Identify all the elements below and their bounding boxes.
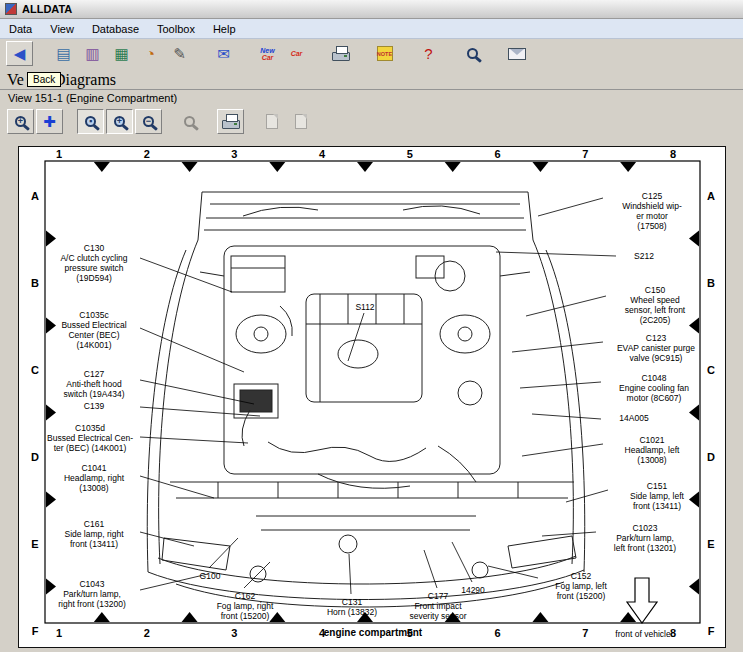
notes-edit-icon: ✎ (173, 46, 186, 61)
grid-label-4: 4 (319, 627, 325, 639)
grid-label-C: C (31, 364, 39, 376)
pan-button[interactable]: ✚ (36, 109, 63, 134)
diagram-area[interactable]: engine compartment front of vehicle 1122… (18, 146, 726, 648)
car-icon: Car (291, 50, 303, 57)
menu-help[interactable]: Help (204, 21, 245, 37)
callout-14290: 14290 (447, 585, 499, 595)
callout-c123: C123EVAP canister purgevalve (9C915) (606, 333, 706, 363)
back-icon: ◀ (14, 46, 26, 61)
icon-group-3: NewCarCar (254, 41, 312, 66)
icon-group-2 (176, 109, 205, 134)
grid-label-7: 7 (582, 148, 588, 160)
grid-label-E: E (31, 538, 38, 550)
callout-s212: S212 (619, 251, 669, 261)
zoom-window-icon: + (114, 116, 125, 127)
callout-g100: G100 (184, 571, 236, 581)
grid-label-3: 3 (231, 627, 237, 639)
grid-label-A: A (707, 190, 715, 202)
grid-label-7: 7 (582, 627, 588, 639)
help-icon: ? (424, 46, 432, 61)
grid-label-1: 1 (56, 148, 62, 160)
callout-c152: C152Fog lamp, leftfront (15200) (541, 571, 621, 601)
note-icon: NOTE (377, 46, 393, 61)
zoom-in-button[interactable]: + (7, 109, 34, 134)
gauge-icon: ◔ (146, 46, 155, 61)
tab-vehicle[interactable]: Ve (7, 71, 24, 89)
callout-14a005: 14A005 (604, 413, 664, 423)
grid-label-2: 2 (144, 627, 150, 639)
car-button[interactable]: Car (283, 41, 310, 66)
note-button[interactable]: NOTE (371, 41, 398, 66)
help-button[interactable]: ? (415, 41, 442, 66)
search-vehicle-button[interactable] (459, 41, 486, 66)
callout-c139: C139 (49, 401, 139, 411)
parts-labor-button[interactable]: ▦ (108, 41, 135, 66)
copy-image-button[interactable] (258, 109, 285, 134)
zoom-window-button[interactable]: + (106, 109, 133, 134)
grid-label-C: C (707, 364, 715, 376)
callout-c151: C151Side lamp, leftfront (13411) (611, 481, 703, 511)
callout-c1035c: C1035cBussed ElectricalCenter (BEC)(14K0… (49, 310, 139, 350)
menubar: DataViewDatabaseToolboxHelp (0, 19, 743, 39)
print-diagram-icon (222, 120, 240, 129)
grid-label-F: F (708, 625, 715, 637)
icon-group-3 (217, 109, 246, 134)
export-image-icon (295, 114, 307, 129)
grid-label-6: 6 (495, 627, 501, 639)
callout-c1041: C1041Headlamp, right(13008) (49, 463, 139, 493)
back-button[interactable]: ◀ (6, 41, 33, 66)
menu-view[interactable]: View (41, 21, 83, 37)
icon-group-4 (258, 109, 316, 134)
callout-c150: C150Wheel speedsensor, left front(2C205) (609, 285, 701, 325)
icon-group-2: ✉ (210, 41, 239, 66)
print-icon (332, 52, 350, 61)
print-diagram-button[interactable] (217, 109, 244, 134)
vehicle-report-button[interactable]: ▤ (50, 41, 77, 66)
back-tooltip: Back (27, 72, 61, 87)
tab-diagrams[interactable]: Diagrams (54, 71, 116, 89)
callout-c1021: C1021Headlamp, left(13008) (606, 435, 698, 465)
icon-group-1: ▤▥▦◔✎ (50, 41, 195, 66)
grid-label-3: 3 (231, 148, 237, 160)
menu-data[interactable]: Data (0, 21, 41, 37)
new-car-button[interactable]: NewCar (254, 41, 281, 66)
grid-label-1: 1 (56, 627, 62, 639)
notes-edit-button[interactable]: ✎ (166, 41, 193, 66)
new-car-icon: NewCar (260, 47, 274, 61)
callout-c1035d: C1035dBussed Electrical Cen-ter (BEC) (1… (41, 423, 139, 453)
icon-group-7 (459, 41, 488, 66)
icon-group-4 (327, 41, 356, 66)
app-icon (5, 3, 17, 15)
icon-group-8 (503, 41, 532, 66)
fax-icon: ✉ (217, 46, 230, 61)
callout-c127: C127Anti-theft hoodswitch (19A434) (49, 369, 139, 399)
leader-lines (140, 198, 616, 594)
menu-toolbox[interactable]: Toolbox (148, 21, 204, 37)
search-vehicle-icon (467, 48, 478, 59)
zoom-area-button[interactable]: ▪ (77, 109, 104, 134)
print-button[interactable] (327, 41, 354, 66)
main-toolbar: ◀▤▥▦◔✎✉NewCarCarNOTE? (0, 39, 743, 68)
repair-info-button[interactable]: ▥ (79, 41, 106, 66)
export-image-button[interactable] (287, 109, 314, 134)
grid-label-B: B (707, 277, 715, 289)
fax-button[interactable]: ✉ (210, 41, 237, 66)
zoom-reset-button[interactable] (176, 109, 203, 134)
icon-group-1: ▪+− (77, 109, 164, 134)
zoom-toolbar: +✚▪+− (0, 107, 743, 136)
grid-label-B: B (31, 277, 39, 289)
grid-label-6: 6 (495, 148, 501, 160)
mail-icon (508, 48, 526, 60)
mail-button[interactable] (503, 41, 530, 66)
icon-group-0: +✚ (7, 109, 65, 134)
callout-c125: C125Windshield wip-er motor(17508) (606, 191, 698, 231)
window-title: ALLDATA (22, 3, 72, 15)
parts-labor-icon: ▦ (114, 46, 128, 61)
zoom-out-button[interactable]: − (135, 109, 162, 134)
grid-label-F: F (32, 625, 39, 637)
vehicle-report-icon: ▤ (56, 46, 70, 61)
menu-database[interactable]: Database (83, 21, 148, 37)
gauge-button[interactable]: ◔ (137, 41, 164, 66)
callout-c1023: C1023Park/turn lamp,left front (13201) (599, 523, 691, 553)
callout-c131: C131Horn (13832) (314, 597, 390, 617)
